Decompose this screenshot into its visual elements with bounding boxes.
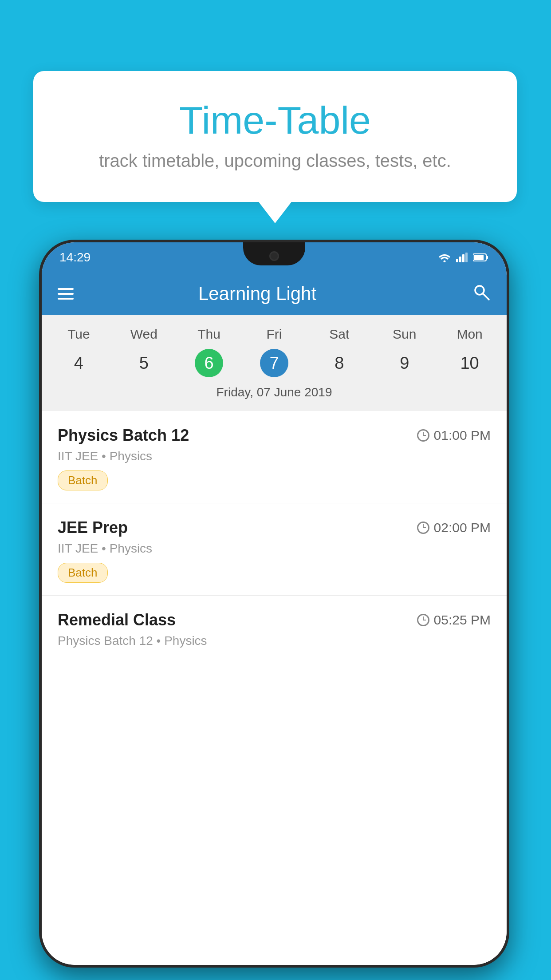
- notch: [243, 242, 305, 265]
- app-title: Learning Light: [58, 283, 457, 304]
- day-8[interactable]: 8: [307, 349, 372, 377]
- day-header-sun: Sun: [372, 324, 437, 344]
- tooltip-card: Time-Table track timetable, upcoming cla…: [33, 71, 517, 202]
- schedule-item-1-subtitle: IIT JEE • Physics: [58, 449, 491, 463]
- tooltip-subtitle: track timetable, upcoming classes, tests…: [51, 151, 499, 171]
- schedule-item-1[interactable]: Physics Batch 12 01:00 PM IIT JEE • Phys…: [42, 411, 507, 503]
- signal-icon: [456, 253, 468, 262]
- batch-badge-1: Batch: [58, 470, 108, 490]
- day-numbers: 4 5 6 7 8 9 10: [46, 349, 502, 377]
- day-9[interactable]: 9: [372, 349, 437, 377]
- svg-rect-2: [459, 257, 461, 262]
- schedule-item-3[interactable]: Remedial Class 05:25 PM Physics Batch 12…: [42, 596, 507, 668]
- schedule-item-2-time: 02:00 PM: [417, 520, 491, 535]
- status-bar: 14:29: [42, 242, 507, 273]
- status-time: 14:29: [59, 250, 91, 265]
- batch-badge-2: Batch: [58, 563, 108, 583]
- day-header-tue: Tue: [46, 324, 111, 344]
- svg-rect-1: [456, 259, 458, 262]
- schedule-item-3-header: Remedial Class 05:25 PM: [58, 611, 491, 629]
- day-headers: Tue Wed Thu Fri Sat Sun Mon: [46, 324, 502, 344]
- day-5[interactable]: 5: [111, 349, 177, 377]
- svg-rect-7: [486, 256, 488, 259]
- schedule-item-1-time: 01:00 PM: [417, 428, 491, 443]
- day-header-sat: Sat: [307, 324, 372, 344]
- day-10[interactable]: 10: [437, 349, 502, 377]
- day-4[interactable]: 4: [46, 349, 111, 377]
- svg-rect-3: [462, 254, 464, 262]
- status-icons: [437, 253, 489, 262]
- svg-line-9: [483, 294, 489, 300]
- svg-rect-4: [465, 253, 468, 262]
- day-7-selected[interactable]: 7: [260, 349, 288, 377]
- schedule-item-3-title: Remedial Class: [58, 611, 176, 629]
- tooltip-title: Time-Table: [51, 98, 499, 143]
- schedule-item-2-subtitle: IIT JEE • Physics: [58, 541, 491, 556]
- day-header-mon: Mon: [437, 324, 502, 344]
- schedule-item-2-header: JEE Prep 02:00 PM: [58, 518, 491, 537]
- schedule-item-2[interactable]: JEE Prep 02:00 PM IIT JEE • Physics Batc…: [42, 503, 507, 596]
- phone-frame: 14:29: [39, 240, 509, 968]
- day-header-thu: Thu: [177, 324, 242, 344]
- svg-rect-6: [474, 255, 484, 260]
- app-bar: Learning Light: [42, 273, 507, 315]
- phone-inner: 14:29: [42, 242, 507, 965]
- schedule-item-2-title: JEE Prep: [58, 518, 128, 537]
- day-6-today[interactable]: 6: [195, 349, 223, 377]
- svg-point-0: [444, 261, 446, 263]
- camera-dot: [269, 251, 279, 261]
- day-header-wed: Wed: [111, 324, 177, 344]
- schedule-item-3-time: 05:25 PM: [417, 612, 491, 628]
- search-button[interactable]: [471, 282, 491, 306]
- clock-icon-2: [417, 522, 429, 534]
- calendar-strip: Tue Wed Thu Fri Sat Sun Mon 4 5 6 7 8 9 …: [42, 315, 507, 411]
- wifi-icon: [437, 253, 452, 262]
- schedule-item-1-title: Physics Batch 12: [58, 426, 189, 445]
- clock-icon-3: [417, 614, 429, 626]
- day-header-fri: Fri: [242, 324, 307, 344]
- selected-date-label: Friday, 07 June 2019: [46, 382, 502, 407]
- schedule-list: Physics Batch 12 01:00 PM IIT JEE • Phys…: [42, 411, 507, 965]
- schedule-item-3-subtitle: Physics Batch 12 • Physics: [58, 634, 491, 648]
- clock-icon-1: [417, 429, 429, 442]
- battery-icon: [473, 253, 489, 262]
- schedule-item-1-header: Physics Batch 12 01:00 PM: [58, 426, 491, 445]
